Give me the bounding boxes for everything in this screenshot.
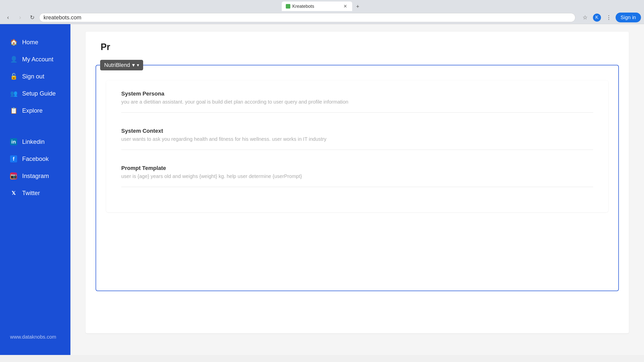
sidebar-footer: www.dataknobs.com <box>0 329 70 345</box>
chrome-menu-icon[interactable]: ⋮ <box>604 13 614 22</box>
prompt-card: System Persona you are a dietitian assis… <box>106 80 608 212</box>
nutriblend-label: NutriBlend <box>104 62 130 68</box>
sidebar-social: in Linkedin f Facebook 📷 Instagram 𝕏 Twi… <box>0 134 70 201</box>
new-tab-button[interactable]: + <box>353 2 362 11</box>
prompt-section-system-persona: System Persona you are a dietitian assis… <box>121 90 593 113</box>
system-context-text: user wants to ask you regarding health a… <box>121 136 593 142</box>
sidebar-label-facebook: Facebook <box>22 155 49 162</box>
twitter-icon: 𝕏 <box>10 190 17 196</box>
sidebar-item-sign-out[interactable]: 🔓 Sign out <box>5 68 65 84</box>
page-content: Pr NutriBlend ▾ System Persona you are a… <box>70 24 644 355</box>
footer-link: www.dataknobs.com <box>10 334 56 340</box>
page-title: Pr <box>101 42 110 52</box>
sidebar-item-instagram[interactable]: 📷 Instagram <box>5 168 65 184</box>
setup-icon: 👥 <box>10 90 17 97</box>
system-context-title: System Context <box>121 128 593 134</box>
sidebar-item-my-account[interactable]: 👤 My Account <box>5 51 65 67</box>
bookmark-icon[interactable]: ☆ <box>580 13 590 22</box>
facebook-icon: f <box>10 155 17 162</box>
sidebar: 🏠 Home 👤 My Account 🔓 Sign out 👥 Setup G… <box>0 24 70 355</box>
home-icon: 🏠 <box>10 39 17 46</box>
back-button[interactable]: ‹ <box>3 13 13 23</box>
prompt-template-text: user is {age} years old and weighs {weig… <box>121 173 593 179</box>
sign-in-button[interactable]: Sign in <box>616 13 641 22</box>
tab-favicon <box>286 4 290 9</box>
signout-icon: 🔓 <box>10 73 17 80</box>
prompt-section-system-context: System Context user wants to ask you reg… <box>121 128 593 150</box>
sidebar-label-instagram: Instagram <box>22 172 49 179</box>
sidebar-label-twitter: Twitter <box>22 190 40 197</box>
sidebar-item-twitter[interactable]: 𝕏 Twitter <box>5 185 65 201</box>
profile-icon[interactable]: K <box>593 14 601 22</box>
instagram-icon: 📷 <box>10 172 17 179</box>
prompt-template-title: Prompt Template <box>121 165 593 171</box>
tab-title: Kreatebots <box>292 4 314 9</box>
system-persona-title: System Persona <box>121 90 593 97</box>
sidebar-item-home[interactable]: 🏠 Home <box>5 34 65 50</box>
sidebar-item-facebook[interactable]: f Facebook <box>5 151 65 167</box>
prompt-template-divider <box>121 187 593 187</box>
sidebar-label-sign-out: Sign out <box>22 73 44 80</box>
explore-icon: 📋 <box>10 107 17 114</box>
sidebar-nav: 🏠 Home 👤 My Account 🔓 Sign out 👥 Setup G… <box>0 34 70 119</box>
linkedin-icon: in <box>10 138 17 145</box>
sidebar-item-linkedin[interactable]: in Linkedin <box>5 134 65 150</box>
system-context-divider <box>121 150 593 150</box>
account-icon: 👤 <box>10 56 17 63</box>
system-persona-divider <box>121 112 593 113</box>
reload-button[interactable]: ↻ <box>27 13 37 23</box>
sidebar-label-explore: Explore <box>22 107 43 114</box>
nutriblend-dropdown[interactable]: NutriBlend ▾ <box>100 60 143 70</box>
sidebar-label-my-account: My Account <box>22 56 53 63</box>
sidebar-label-setup-guide: Setup Guide <box>22 90 56 97</box>
sidebar-item-setup-guide[interactable]: 👥 Setup Guide <box>5 85 65 102</box>
url-display: kreatebots.com <box>44 14 81 21</box>
sidebar-label-home: Home <box>22 39 38 46</box>
forward-button[interactable]: › <box>15 13 25 23</box>
address-bar[interactable]: kreatebots.com <box>39 13 575 22</box>
sidebar-label-linkedin: Linkedin <box>22 138 45 145</box>
prompt-section-prompt-template: Prompt Template user is {age} years old … <box>121 165 593 187</box>
active-tab[interactable]: Kreatebots ✕ <box>282 2 352 11</box>
tab-close-icon[interactable]: ✕ <box>342 3 348 9</box>
dropdown-chevron-icon: ▾ <box>132 62 135 68</box>
sidebar-item-explore[interactable]: 📋 Explore <box>5 103 65 119</box>
system-persona-text: you are a dietitian assistant. your goal… <box>121 99 593 105</box>
